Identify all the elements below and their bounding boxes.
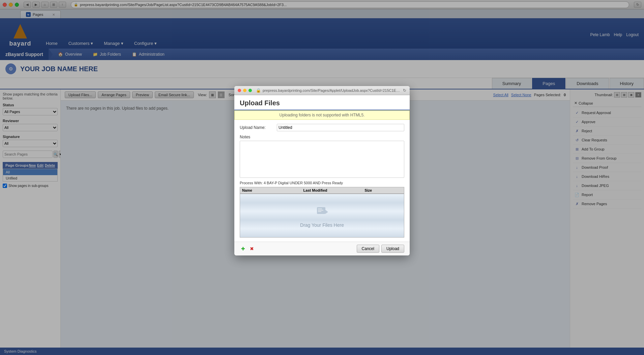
notes-label: Notes xyxy=(240,135,404,139)
remove-file-button[interactable]: ✖ xyxy=(248,245,255,252)
svg-marker-2 xyxy=(325,210,328,214)
svg-rect-4 xyxy=(318,210,323,211)
col-size: Size xyxy=(364,188,395,192)
file-table: Name Last Modified Size xyxy=(240,187,404,238)
footer-icons: ✚ ✖ xyxy=(240,245,255,252)
notes-section: Notes xyxy=(240,135,404,179)
browser-frame: ◀ ▶ ⌂ ⊞ ↑ 🔒 prepress.bayardprinting.com/… xyxy=(0,0,644,355)
modal-body: Upload Name: Notes Process With: 4 BAY-P… xyxy=(234,120,410,242)
modal-maximize-button[interactable] xyxy=(248,89,252,92)
file-table-header: Name Last Modified Size xyxy=(240,187,404,194)
modal-footer: ✚ ✖ Cancel Upload xyxy=(234,242,410,255)
col-name: Name xyxy=(242,188,303,192)
notes-textarea[interactable] xyxy=(240,141,404,178)
modal-titlebar: 🔒 prepress.bayardprinting.com/Site/Pages… xyxy=(234,86,410,95)
upload-name-label: Upload Name: xyxy=(240,125,277,130)
modal-close-button[interactable] xyxy=(238,89,241,92)
modal-refresh-icon[interactable]: ↻ xyxy=(403,88,406,93)
svg-rect-5 xyxy=(318,211,321,212)
cancel-button[interactable]: Cancel xyxy=(357,245,379,253)
upload-name-input[interactable] xyxy=(277,124,404,131)
drop-zone-text: Drag Your Files Here xyxy=(300,222,344,228)
modal-header: Upload Files xyxy=(234,95,410,110)
modal-warning: Uploading folders is not supported with … xyxy=(234,110,410,120)
modal-minimize-button[interactable] xyxy=(243,89,246,92)
modal-url: prepress.bayardprinting.com/Site/Pages/A… xyxy=(263,88,401,92)
svg-rect-3 xyxy=(318,209,322,209)
footer-buttons: Cancel Upload xyxy=(357,245,404,253)
drop-zone[interactable]: Drag Your Files Here xyxy=(240,194,404,238)
app-content: bayard Home Customers ▾ Manage ▾ Configu… xyxy=(0,18,644,355)
modal-title: Upload Files xyxy=(240,99,280,107)
modal-lock-icon: 🔒 xyxy=(256,88,261,93)
add-file-button[interactable]: ✚ xyxy=(240,245,246,252)
process-info: Process With: 4 BAY-P Digital UNDER 5000… xyxy=(240,181,404,185)
col-actions xyxy=(395,188,402,192)
col-last-modified: Last Modified xyxy=(303,188,365,192)
modal-overlay: 🔒 prepress.bayardprinting.com/Site/Pages… xyxy=(0,18,644,355)
upload-modal: 🔒 prepress.bayardprinting.com/Site/Pages… xyxy=(234,86,410,255)
upload-button[interactable]: Upload xyxy=(381,245,404,253)
drop-icon xyxy=(315,204,329,220)
upload-name-row: Upload Name: xyxy=(240,124,404,131)
